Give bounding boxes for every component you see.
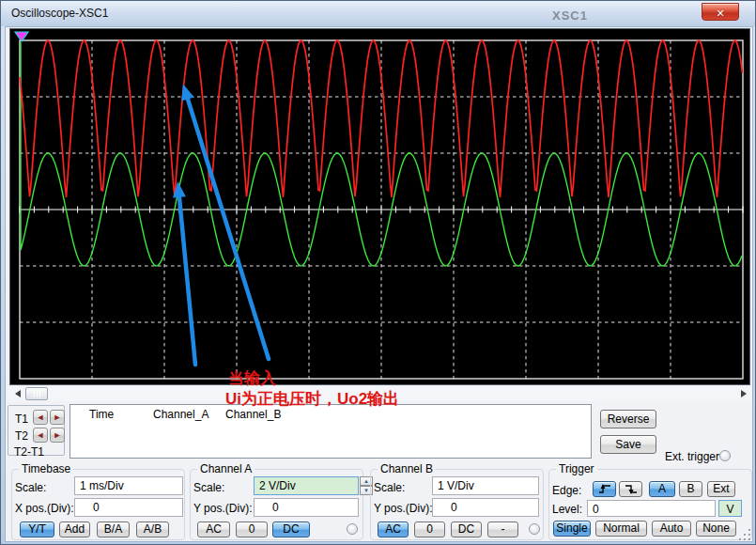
scrollbar-left-arrow-icon[interactable]	[15, 390, 21, 397]
trigger-none-button[interactable]: None	[696, 521, 736, 537]
right-arrow-icon: ►	[54, 430, 62, 440]
ext-trigger-terminal[interactable]	[719, 450, 731, 461]
trigger-title: Trigger	[556, 462, 597, 475]
trigger-rising-edge-button[interactable]	[593, 481, 616, 497]
channel-a-dc-button[interactable]: DC	[272, 522, 310, 537]
timebase-xpos-field[interactable]: 0	[74, 498, 183, 517]
channel-a-terminal[interactable]	[347, 523, 358, 535]
reverse-button[interactable]: Reverse	[600, 410, 656, 428]
timebase-group: Timebase Scale: 1 ms/Div X pos.(Div): 0 …	[11, 469, 185, 540]
falling-edge-icon	[624, 482, 639, 494]
cursor-t1-label: T1	[15, 413, 28, 426]
channel-a-title: Channel A	[197, 462, 255, 475]
timebase-ab-button[interactable]: A/B	[136, 522, 169, 537]
close-button[interactable]: ✕	[702, 3, 739, 21]
scope-hscrollbar[interactable]	[8, 386, 752, 401]
t1-right-button[interactable]: ►	[50, 410, 65, 425]
channel-a-scale-field[interactable]: 2 V/Div	[254, 476, 359, 495]
timebase-yt-button[interactable]: Y/T	[20, 522, 54, 537]
resize-grip[interactable]	[737, 529, 752, 542]
trigger-auto-button[interactable]: Auto	[652, 521, 691, 537]
right-arrow-icon: ►	[54, 413, 62, 422]
timebase-scale-label: Scale:	[15, 481, 46, 494]
trigger-edge-label: Edge:	[552, 484, 581, 497]
column-channel-a: Channel_A	[153, 408, 208, 421]
channel-b-ypos-label: Y pos.(Div):	[374, 502, 432, 515]
scrollbar-right-arrow-icon[interactable]	[741, 390, 747, 397]
trigger-level-label: Level:	[552, 503, 582, 516]
channel-b-ypos-field[interactable]: 0	[432, 498, 539, 517]
timebase-scale-field[interactable]: 1 ms/Div	[74, 476, 183, 495]
channel-b-minus-button[interactable]: -	[487, 522, 518, 537]
trigger-single-button[interactable]: Single	[553, 521, 591, 537]
scope-display	[9, 28, 750, 385]
t2-left-button[interactable]: ◄	[33, 428, 48, 443]
oscilloscope-window: Oscilloscope-XSC1 XSC1 ✕ T1 ◄ ► T2 ◄ ► T…	[0, 0, 756, 545]
trigger-source-ext-button[interactable]: Ext	[707, 481, 735, 497]
column-channel-b: Channel_B	[225, 408, 281, 421]
cursor-control-box: T1 ◄ ► T2 ◄ ► T2-T1	[8, 405, 65, 456]
close-icon: ✕	[716, 8, 724, 19]
channel-a-scale-label: Scale:	[193, 481, 224, 494]
channel-b-group: Channel B Scale: 1 V/Div Y pos.(Div): 0 …	[370, 469, 544, 540]
channel-a-group: Channel A Scale: 2 V/Div ▲ ▼ Y pos.(Div)…	[190, 469, 363, 540]
trigger-falling-edge-button[interactable]	[619, 481, 642, 497]
window-title: Oscilloscope-XSC1	[11, 7, 108, 20]
titlebar[interactable]: Oscilloscope-XSC1 XSC1 ✕	[1, 1, 755, 26]
channel-a-ypos-label: Y pos.(Div):	[193, 502, 252, 515]
timebase-add-button[interactable]: Add	[59, 522, 90, 537]
save-button[interactable]: Save	[600, 435, 656, 454]
column-time: Time	[89, 408, 114, 421]
rising-edge-icon	[597, 482, 612, 494]
channel-a-ac-button[interactable]: AC	[197, 522, 230, 537]
channel-b-scale-field[interactable]: 1 V/Div	[432, 476, 539, 495]
t2-right-button[interactable]: ►	[50, 428, 65, 443]
channel-b-scale-label: Scale:	[374, 481, 405, 494]
t1-left-button[interactable]: ◄	[33, 410, 48, 425]
trigger-level-unit[interactable]: V	[718, 500, 742, 517]
channel-b-dc-button[interactable]: DC	[451, 522, 482, 537]
background-watermark: XSC1	[552, 8, 588, 23]
channel-b-terminal[interactable]	[529, 523, 540, 535]
ext-trigger-label: Ext. trigger	[665, 450, 719, 463]
channel-b-ac-button[interactable]: AC	[378, 522, 409, 537]
trigger-source-b-button[interactable]: B	[679, 481, 702, 497]
scrollbar-thumb[interactable]	[25, 387, 48, 400]
timebase-ba-button[interactable]: B/A	[97, 522, 130, 537]
left-arrow-icon: ◄	[37, 413, 45, 422]
trigger-group: Trigger Edge: A B Ext Level: 0 V Single …	[548, 469, 752, 540]
timebase-xpos-label: X pos.(Div):	[15, 502, 74, 515]
trigger-level-field[interactable]: 0	[587, 500, 716, 517]
channel-a-zero-button[interactable]: 0	[236, 522, 268, 537]
cursor-t2-label: T2	[15, 429, 28, 443]
scope-graticule-and-traces	[10, 29, 749, 384]
timebase-title: Timebase	[19, 462, 73, 475]
left-arrow-icon: ◄	[37, 430, 45, 440]
trigger-normal-button[interactable]: Normal	[595, 521, 647, 537]
instrument-panel: T1 ◄ ► T2 ◄ ► T2-T1 Time Channel_A Chann…	[5, 26, 753, 542]
channel-b-zero-button[interactable]: 0	[414, 522, 445, 537]
cursor-readout-list[interactable]: Time Channel_A Channel_B	[69, 404, 592, 459]
cursor-t2t1-label: T2-T1	[14, 445, 44, 459]
channel-b-title: Channel B	[378, 462, 436, 475]
trigger-source-a-button[interactable]: A	[649, 481, 675, 497]
channel-a-ypos-field[interactable]: 0	[254, 498, 359, 517]
